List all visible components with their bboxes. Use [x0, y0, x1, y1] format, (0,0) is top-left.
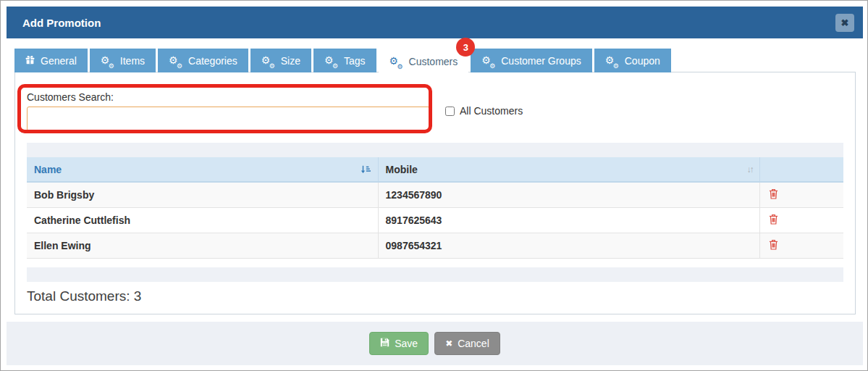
delete-customer-button[interactable] — [769, 214, 778, 225]
all-customers-group: All Customers — [445, 105, 523, 117]
save-button[interactable]: Save — [369, 332, 429, 355]
gift-icon — [25, 55, 35, 67]
table-row: Bob Brigsby 1234567890 — [27, 182, 843, 207]
tab-general[interactable]: General — [14, 49, 88, 72]
actions-cell — [760, 207, 843, 233]
tab-label: General — [41, 55, 77, 67]
all-customers-checkbox[interactable] — [445, 107, 455, 116]
sort-ascending-icon[interactable] — [361, 164, 371, 175]
cogs-icon: ⚙⚙ — [169, 55, 182, 67]
page-title: Add Promotion — [22, 17, 101, 29]
customer-name: Ellen Ewing — [27, 233, 378, 258]
column-label: Mobile — [386, 164, 418, 175]
tab-customers[interactable]: ⚙⚙ Customers 3 — [379, 49, 469, 74]
modal-footer: Save ✖ Cancel — [7, 322, 863, 365]
cogs-icon: ⚙⚙ — [481, 55, 495, 67]
cancel-x-icon: ✖ — [445, 338, 452, 349]
table-row: Catherine Cuttlefish 8917625643 — [27, 207, 843, 233]
customer-mobile: 1234567890 — [378, 182, 760, 207]
actions-cell — [760, 233, 843, 258]
cogs-icon: ⚙⚙ — [389, 56, 403, 67]
delete-customer-button[interactable] — [769, 188, 778, 199]
tab-label: Tags — [344, 55, 366, 67]
modal-header: Add Promotion ✖ — [7, 7, 863, 38]
column-header-name[interactable]: Name — [27, 157, 378, 182]
customer-name: Bob Brigsby — [27, 182, 378, 207]
customers-search-label: Customers Search: — [27, 91, 430, 103]
search-row: Customers Search: All Customers — [27, 84, 843, 131]
total-customers-label: Total Customers: 3 — [27, 288, 843, 304]
close-icon: ✖ — [841, 17, 849, 28]
tab-customer-groups[interactable]: ⚙⚙ Customer Groups — [471, 49, 591, 72]
table-row: Ellen Ewing 0987654321 — [27, 233, 843, 258]
tab-label: Items — [120, 55, 145, 67]
search-block: Customers Search: — [27, 91, 430, 131]
tab-label: Coupon — [625, 55, 660, 67]
tab-categories[interactable]: ⚙⚙ Categories — [158, 49, 248, 72]
cancel-button[interactable]: ✖ Cancel — [434, 332, 500, 355]
tab-label: Categories — [188, 55, 237, 67]
cogs-icon: ⚙⚙ — [101, 55, 114, 67]
all-customers-label: All Customers — [460, 105, 523, 117]
customers-search-input[interactable] — [27, 107, 430, 131]
column-label: Name — [34, 164, 62, 175]
tab-label: Size — [281, 55, 300, 67]
cogs-icon: ⚙⚙ — [324, 55, 338, 67]
tab-tags[interactable]: ⚙⚙ Tags — [313, 49, 376, 72]
customer-mobile: 8917625643 — [378, 207, 760, 233]
tab-label: Customer Groups — [501, 55, 581, 67]
cogs-icon: ⚙⚙ — [261, 55, 275, 67]
close-button[interactable]: ✖ — [835, 14, 854, 32]
tab-coupon[interactable]: ⚙⚙ Coupon — [594, 49, 671, 72]
table-header-row: Name — [27, 157, 843, 182]
delete-customer-button[interactable] — [769, 239, 778, 250]
tab-label: Customers — [409, 56, 458, 67]
table-toolbar-strip — [27, 143, 843, 157]
save-label: Save — [395, 338, 418, 349]
table-footer-strip — [27, 267, 843, 282]
customer-name: Catherine Cuttlefish — [27, 207, 378, 233]
cancel-label: Cancel — [458, 338, 489, 349]
tab-strip: General ⚙⚙ Items ⚙⚙ Categories ⚙⚙ Size ⚙… — [14, 49, 671, 74]
tab-size[interactable]: ⚙⚙ Size — [250, 49, 311, 72]
customer-mobile: 0987654321 — [378, 233, 760, 258]
customers-table: Name — [27, 157, 843, 259]
page: Add Promotion ✖ General ⚙⚙ Items ⚙⚙ — [0, 0, 868, 371]
customers-tab-panel: Customers Search: All Customers Name — [14, 72, 856, 314]
cogs-icon: ⚙⚙ — [605, 55, 619, 67]
tab-items[interactable]: ⚙⚙ Items — [90, 49, 156, 72]
column-header-mobile[interactable]: Mobile ↓↑ — [378, 157, 760, 182]
sort-both-icon[interactable]: ↓↑ — [746, 164, 752, 175]
actions-cell — [760, 182, 843, 207]
save-icon — [380, 338, 389, 349]
column-header-actions — [760, 157, 843, 182]
